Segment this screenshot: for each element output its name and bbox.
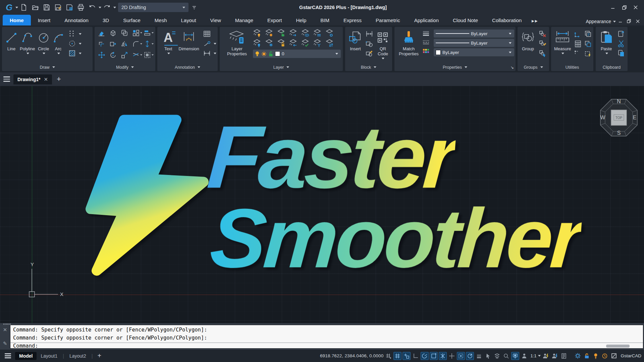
command-input[interactable]: Command: <box>10 343 643 349</box>
polyline-button[interactable]: Polyline <box>19 29 36 63</box>
snap-mode-toggle[interactable] <box>402 352 411 360</box>
layer-match-button[interactable] <box>313 29 323 38</box>
object-snap-tracking-toggle[interactable] <box>466 352 474 360</box>
layer-settings-button[interactable] <box>325 29 335 38</box>
tab-application[interactable]: Application <box>407 15 446 25</box>
text-button[interactable]: A Text <box>159 29 177 63</box>
text-dropdown-icon[interactable] <box>167 53 170 56</box>
more-tabs-icon[interactable]: ►► <box>529 18 541 25</box>
leader-dropdown-icon[interactable] <box>214 43 216 46</box>
draw-panel-footer[interactable]: Draw <box>2 63 93 71</box>
tab-manage[interactable]: Manage <box>228 15 260 25</box>
copy-button[interactable] <box>119 28 129 37</box>
block-panel-footer[interactable]: Block <box>345 63 392 71</box>
auto-annotate-toggle[interactable] <box>542 352 550 360</box>
layout2-tab[interactable]: Layout2 <box>65 352 90 360</box>
tab-insert[interactable]: Insert <box>31 15 58 25</box>
circle-button[interactable]: Circle <box>36 29 51 63</box>
color-select[interactable]: ByLayer <box>434 48 514 56</box>
isometric-drafting-toggle[interactable] <box>439 352 447 360</box>
offset-button[interactable] <box>97 40 107 48</box>
tab-layout[interactable]: Layout <box>174 15 203 25</box>
grid-display-toggle[interactable] <box>393 352 401 360</box>
tab-annotation[interactable]: Annotation <box>57 15 96 25</box>
linetype-select[interactable]: ByLayer <box>434 39 514 47</box>
groups-panel-footer[interactable]: Groups <box>518 63 549 71</box>
qr-code-button[interactable]: QR Code <box>375 29 391 63</box>
close-button[interactable] <box>631 3 641 12</box>
new-file-button[interactable] <box>18 2 30 13</box>
clipboard-panel-footer[interactable]: Clipboard <box>596 63 628 71</box>
move-button[interactable] <box>97 51 107 59</box>
explode-button[interactable] <box>108 28 118 37</box>
tab-view[interactable]: View <box>203 15 228 25</box>
layer-unlock-button[interactable] <box>276 29 286 38</box>
document-menu-icon[interactable] <box>0 76 13 82</box>
layer-select[interactable]: 0 <box>253 50 341 58</box>
view-cube-south[interactable]: S <box>617 130 621 136</box>
set-base-point-button[interactable] <box>364 29 374 38</box>
save-as-button[interactable] <box>52 2 64 13</box>
measure-dropdown-icon[interactable] <box>561 53 564 56</box>
snap-to-grid-toggle[interactable] <box>384 352 392 360</box>
tab-mesh[interactable]: Mesh <box>148 15 174 25</box>
paste-button[interactable]: Paste <box>598 29 615 63</box>
hardware-acceleration-toggle[interactable] <box>511 352 519 360</box>
point-style-button[interactable] <box>573 50 583 58</box>
layer-walk-button[interactable] <box>288 29 299 38</box>
lineweight-display-toggle[interactable] <box>475 352 483 360</box>
selection-cycling-toggle[interactable] <box>493 352 501 360</box>
new-layout-button[interactable]: + <box>94 352 105 360</box>
alert-bulb-button[interactable] <box>592 352 600 360</box>
layer-isolate-button[interactable] <box>301 29 311 38</box>
utilities-panel-footer[interactable]: Utilities <box>551 63 593 71</box>
create-block-button[interactable] <box>364 39 374 48</box>
circle-dropdown-icon[interactable] <box>43 53 45 56</box>
model-tab[interactable]: Model <box>15 352 37 360</box>
print-button[interactable] <box>75 2 87 13</box>
open-file-button[interactable] <box>30 2 41 13</box>
time-button[interactable] <box>601 352 609 360</box>
selection-preview-toggle[interactable] <box>484 352 492 360</box>
insert-button[interactable]: Insert <box>347 29 364 63</box>
layer-off-button[interactable] <box>252 39 262 48</box>
linear-dimension-dropdown-icon[interactable] <box>214 53 216 56</box>
edit-group-button[interactable] <box>538 39 548 48</box>
table-button[interactable] <box>202 29 212 38</box>
layer-previous-button[interactable] <box>288 39 299 48</box>
crosshair-toggle[interactable] <box>448 352 456 360</box>
tab-home[interactable]: Home <box>3 15 31 25</box>
restore-button[interactable] <box>619 3 629 12</box>
document-tab-drawing1[interactable]: Drawing1* ✕ <box>13 74 52 84</box>
layout1-tab[interactable]: Layout1 <box>37 352 61 360</box>
dimension-button[interactable]: Dimension <box>177 29 201 63</box>
qr-code-dropdown-icon[interactable] <box>382 58 384 61</box>
tab-help[interactable]: Help <box>289 15 313 25</box>
undo-button[interactable] <box>87 2 98 13</box>
zoom-toggle[interactable] <box>502 352 510 360</box>
tab-bim[interactable]: BIM <box>313 15 336 25</box>
ellipse-dropdown-icon[interactable] <box>79 43 82 46</box>
trim-button[interactable] <box>131 51 141 59</box>
layer-panel-footer[interactable]: Layer <box>220 63 343 71</box>
export-block-button[interactable] <box>108 40 118 48</box>
redo-dropdown-icon[interactable] <box>113 7 116 10</box>
annotation-sync-toggle[interactable] <box>551 352 559 360</box>
layer-merge-button[interactable] <box>313 39 323 48</box>
cut-button[interactable] <box>616 39 626 48</box>
arc-dropdown-icon[interactable] <box>57 53 60 56</box>
ui-lock-button[interactable] <box>583 352 591 360</box>
tab-express[interactable]: Express <box>336 15 369 25</box>
layer-states-button[interactable] <box>301 39 311 48</box>
rectangular-select-dropdown-icon[interactable] <box>152 54 154 57</box>
properties-panel-footer[interactable]: Properties↘ <box>394 63 516 71</box>
tab-parametric[interactable]: Parametric <box>369 15 407 25</box>
tab-cloud-note[interactable]: Cloud Note <box>446 15 485 25</box>
command-drag-handle[interactable] <box>3 323 11 325</box>
polyline-dropdown-icon[interactable] <box>26 53 29 56</box>
redo-button[interactable] <box>101 2 113 13</box>
linear-dimension-button[interactable] <box>202 49 212 58</box>
layer-properties-button[interactable]: Layer Properties <box>222 29 252 63</box>
ortho-mode-toggle[interactable] <box>412 352 420 360</box>
doc-close-button[interactable] <box>633 17 642 25</box>
